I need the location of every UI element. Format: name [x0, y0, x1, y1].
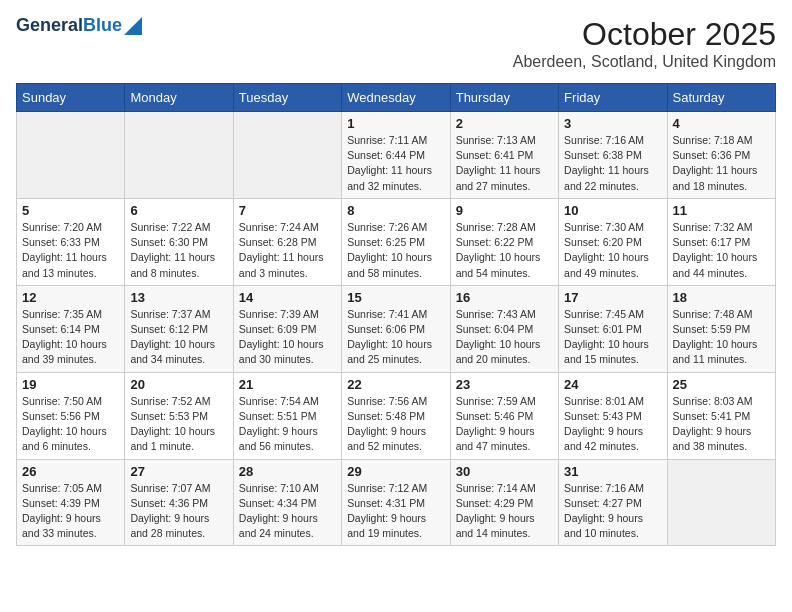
day-info: Sunrise: 7:50 AMSunset: 5:56 PMDaylight:… — [22, 394, 119, 455]
day-number: 19 — [22, 377, 119, 392]
day-number: 12 — [22, 290, 119, 305]
day-info: Sunrise: 7:37 AMSunset: 6:12 PMDaylight:… — [130, 307, 227, 368]
calendar-cell: 30Sunrise: 7:14 AMSunset: 4:29 PMDayligh… — [450, 459, 558, 546]
calendar-cell: 16Sunrise: 7:43 AMSunset: 6:04 PMDayligh… — [450, 285, 558, 372]
day-number: 2 — [456, 116, 553, 131]
calendar-cell: 20Sunrise: 7:52 AMSunset: 5:53 PMDayligh… — [125, 372, 233, 459]
calendar-cell: 12Sunrise: 7:35 AMSunset: 6:14 PMDayligh… — [17, 285, 125, 372]
calendar-cell: 10Sunrise: 7:30 AMSunset: 6:20 PMDayligh… — [559, 198, 667, 285]
weekday-header: Wednesday — [342, 84, 450, 112]
logo: GeneralBlue — [16, 16, 142, 36]
day-number: 10 — [564, 203, 661, 218]
day-number: 4 — [673, 116, 770, 131]
day-info: Sunrise: 7:32 AMSunset: 6:17 PMDaylight:… — [673, 220, 770, 281]
calendar-week-row: 19Sunrise: 7:50 AMSunset: 5:56 PMDayligh… — [17, 372, 776, 459]
day-info: Sunrise: 7:56 AMSunset: 5:48 PMDaylight:… — [347, 394, 444, 455]
calendar-cell: 23Sunrise: 7:59 AMSunset: 5:46 PMDayligh… — [450, 372, 558, 459]
day-info: Sunrise: 7:30 AMSunset: 6:20 PMDaylight:… — [564, 220, 661, 281]
day-number: 27 — [130, 464, 227, 479]
day-number: 1 — [347, 116, 444, 131]
day-info: Sunrise: 7:35 AMSunset: 6:14 PMDaylight:… — [22, 307, 119, 368]
day-info: Sunrise: 7:48 AMSunset: 5:59 PMDaylight:… — [673, 307, 770, 368]
calendar-cell: 18Sunrise: 7:48 AMSunset: 5:59 PMDayligh… — [667, 285, 775, 372]
weekday-header-row: SundayMondayTuesdayWednesdayThursdayFrid… — [17, 84, 776, 112]
calendar-cell: 19Sunrise: 7:50 AMSunset: 5:56 PMDayligh… — [17, 372, 125, 459]
day-info: Sunrise: 7:26 AMSunset: 6:25 PMDaylight:… — [347, 220, 444, 281]
day-info: Sunrise: 7:05 AMSunset: 4:39 PMDaylight:… — [22, 481, 119, 542]
day-info: Sunrise: 7:18 AMSunset: 6:36 PMDaylight:… — [673, 133, 770, 194]
calendar-cell: 27Sunrise: 7:07 AMSunset: 4:36 PMDayligh… — [125, 459, 233, 546]
day-number: 25 — [673, 377, 770, 392]
logo-icon — [124, 17, 142, 35]
weekday-header: Thursday — [450, 84, 558, 112]
day-info: Sunrise: 7:14 AMSunset: 4:29 PMDaylight:… — [456, 481, 553, 542]
weekday-header: Monday — [125, 84, 233, 112]
calendar-cell: 5Sunrise: 7:20 AMSunset: 6:33 PMDaylight… — [17, 198, 125, 285]
calendar-cell — [17, 112, 125, 199]
calendar-cell: 31Sunrise: 7:16 AMSunset: 4:27 PMDayligh… — [559, 459, 667, 546]
month-title: October 2025 — [513, 16, 776, 53]
day-info: Sunrise: 7:43 AMSunset: 6:04 PMDaylight:… — [456, 307, 553, 368]
day-number: 29 — [347, 464, 444, 479]
day-number: 30 — [456, 464, 553, 479]
day-info: Sunrise: 7:20 AMSunset: 6:33 PMDaylight:… — [22, 220, 119, 281]
day-number: 21 — [239, 377, 336, 392]
page-header: GeneralBlue October 2025 Aberdeen, Scotl… — [16, 16, 776, 71]
day-number: 17 — [564, 290, 661, 305]
calendar-cell: 14Sunrise: 7:39 AMSunset: 6:09 PMDayligh… — [233, 285, 341, 372]
day-info: Sunrise: 7:59 AMSunset: 5:46 PMDaylight:… — [456, 394, 553, 455]
weekday-header: Saturday — [667, 84, 775, 112]
day-info: Sunrise: 7:22 AMSunset: 6:30 PMDaylight:… — [130, 220, 227, 281]
calendar-cell: 11Sunrise: 7:32 AMSunset: 6:17 PMDayligh… — [667, 198, 775, 285]
day-number: 15 — [347, 290, 444, 305]
calendar-cell — [667, 459, 775, 546]
calendar-cell: 2Sunrise: 7:13 AMSunset: 6:41 PMDaylight… — [450, 112, 558, 199]
day-number: 5 — [22, 203, 119, 218]
day-info: Sunrise: 7:45 AMSunset: 6:01 PMDaylight:… — [564, 307, 661, 368]
day-number: 22 — [347, 377, 444, 392]
day-info: Sunrise: 7:39 AMSunset: 6:09 PMDaylight:… — [239, 307, 336, 368]
day-number: 14 — [239, 290, 336, 305]
day-info: Sunrise: 7:52 AMSunset: 5:53 PMDaylight:… — [130, 394, 227, 455]
day-info: Sunrise: 7:24 AMSunset: 6:28 PMDaylight:… — [239, 220, 336, 281]
calendar-week-row: 5Sunrise: 7:20 AMSunset: 6:33 PMDaylight… — [17, 198, 776, 285]
calendar-cell: 9Sunrise: 7:28 AMSunset: 6:22 PMDaylight… — [450, 198, 558, 285]
day-info: Sunrise: 7:16 AMSunset: 6:38 PMDaylight:… — [564, 133, 661, 194]
weekday-header: Sunday — [17, 84, 125, 112]
day-number: 23 — [456, 377, 553, 392]
calendar-cell: 7Sunrise: 7:24 AMSunset: 6:28 PMDaylight… — [233, 198, 341, 285]
calendar-week-row: 26Sunrise: 7:05 AMSunset: 4:39 PMDayligh… — [17, 459, 776, 546]
calendar-cell: 17Sunrise: 7:45 AMSunset: 6:01 PMDayligh… — [559, 285, 667, 372]
calendar-cell: 13Sunrise: 7:37 AMSunset: 6:12 PMDayligh… — [125, 285, 233, 372]
day-info: Sunrise: 7:16 AMSunset: 4:27 PMDaylight:… — [564, 481, 661, 542]
day-info: Sunrise: 7:54 AMSunset: 5:51 PMDaylight:… — [239, 394, 336, 455]
day-number: 7 — [239, 203, 336, 218]
title-block: October 2025 Aberdeen, Scotland, United … — [513, 16, 776, 71]
day-number: 20 — [130, 377, 227, 392]
day-number: 28 — [239, 464, 336, 479]
day-number: 6 — [130, 203, 227, 218]
day-number: 16 — [456, 290, 553, 305]
day-number: 31 — [564, 464, 661, 479]
calendar-week-row: 1Sunrise: 7:11 AMSunset: 6:44 PMDaylight… — [17, 112, 776, 199]
day-number: 9 — [456, 203, 553, 218]
calendar-cell: 1Sunrise: 7:11 AMSunset: 6:44 PMDaylight… — [342, 112, 450, 199]
calendar-cell: 22Sunrise: 7:56 AMSunset: 5:48 PMDayligh… — [342, 372, 450, 459]
calendar-cell: 25Sunrise: 8:03 AMSunset: 5:41 PMDayligh… — [667, 372, 775, 459]
day-number: 26 — [22, 464, 119, 479]
weekday-header: Friday — [559, 84, 667, 112]
logo-text: GeneralBlue — [16, 16, 122, 36]
calendar-cell: 4Sunrise: 7:18 AMSunset: 6:36 PMDaylight… — [667, 112, 775, 199]
day-number: 18 — [673, 290, 770, 305]
day-number: 3 — [564, 116, 661, 131]
weekday-header: Tuesday — [233, 84, 341, 112]
calendar-cell: 28Sunrise: 7:10 AMSunset: 4:34 PMDayligh… — [233, 459, 341, 546]
calendar-cell: 8Sunrise: 7:26 AMSunset: 6:25 PMDaylight… — [342, 198, 450, 285]
calendar-cell: 29Sunrise: 7:12 AMSunset: 4:31 PMDayligh… — [342, 459, 450, 546]
day-number: 11 — [673, 203, 770, 218]
day-info: Sunrise: 7:11 AMSunset: 6:44 PMDaylight:… — [347, 133, 444, 194]
day-info: Sunrise: 7:12 AMSunset: 4:31 PMDaylight:… — [347, 481, 444, 542]
day-number: 13 — [130, 290, 227, 305]
calendar-cell: 15Sunrise: 7:41 AMSunset: 6:06 PMDayligh… — [342, 285, 450, 372]
svg-marker-0 — [124, 17, 142, 35]
